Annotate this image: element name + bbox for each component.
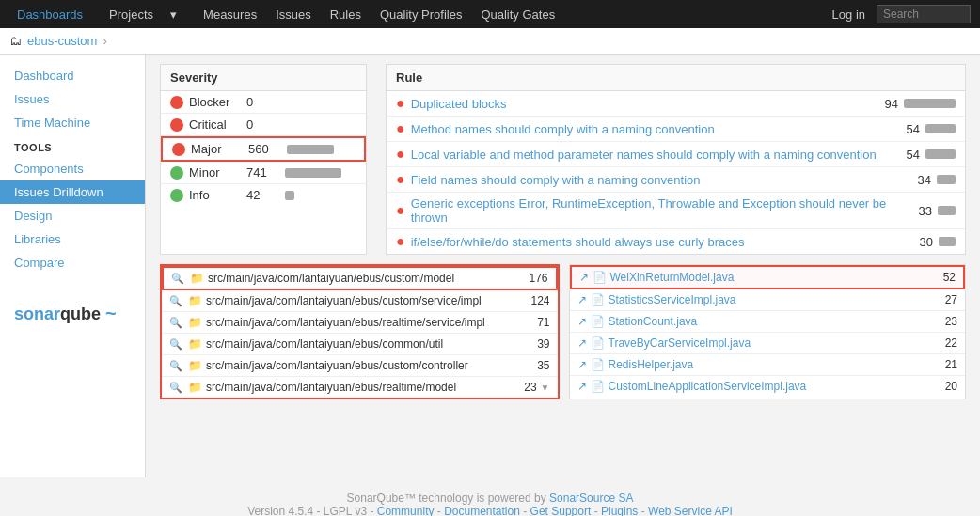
footer-documentation[interactable]: Documentation	[444, 505, 520, 516]
file-row-3[interactable]: ↗ 📄 StationCount.java 23	[570, 311, 966, 333]
rule-row-5[interactable]: ● Generic exceptions Error, RuntimeExcep…	[387, 193, 965, 229]
external-link-icon-2: ↗	[577, 293, 587, 306]
main-layout: Dashboard Issues Time Machine TOOLS Comp…	[0, 55, 980, 477]
folder-row-1[interactable]: 🔍 📁 src/main/java/com/lantaiyuan/ebus/cu…	[162, 266, 558, 290]
rule-row-3[interactable]: ● Local variable and method parameter na…	[387, 142, 965, 167]
rules-header: Rule	[387, 65, 965, 91]
sonarqube-logo: sonarqube ~	[0, 293, 145, 334]
folder-count-5: 35	[522, 359, 550, 372]
rule-row-6[interactable]: ● if/else/for/while/do statements should…	[387, 229, 965, 254]
file-name-3: StationCount.java	[609, 315, 926, 328]
rule-name-1[interactable]: Duplicated blocks	[411, 97, 864, 111]
rule-bar-3	[925, 149, 956, 159]
rule-name-3[interactable]: Local variable and method parameter name…	[411, 148, 886, 162]
top-navigation: Dashboards Projects ▾ Measures Issues Ru…	[0, 0, 980, 28]
folder-row-4[interactable]: 🔍 📁 src/main/java/com/lantaiyuan/ebus/co…	[162, 334, 558, 355]
file-count-3: 23	[929, 315, 957, 328]
sidebar-item-compare[interactable]: Compare	[0, 251, 145, 274]
folder-count-2: 124	[522, 294, 550, 307]
footer-community[interactable]: Community	[377, 505, 435, 516]
sidebar-item-issues-drilldown[interactable]: Issues Drilldown	[0, 180, 145, 204]
folder-row-2[interactable]: 🔍 📁 src/main/java/com/lantaiyuan/ebus/cu…	[162, 290, 558, 312]
rule-row-2[interactable]: ● Method names should comply with a nami…	[387, 117, 965, 142]
nav-rules[interactable]: Rules	[323, 4, 369, 25]
breadcrumb-chevron: ›	[103, 34, 106, 48]
footer-get-support[interactable]: Get Support	[530, 505, 592, 516]
rule-bar-2	[925, 124, 956, 133]
nav-login[interactable]: Log in	[825, 4, 873, 25]
nav-dashboards[interactable]: Dashboards	[9, 4, 90, 25]
file-name-1: WeiXinReturnModel.java	[610, 271, 925, 284]
folder-path-1: src/main/java/com/lantaiyuan/ebus/custom…	[208, 272, 516, 285]
external-link-icon-3: ↗	[577, 315, 587, 328]
footer: SonarQube™ technology is powered by Sona…	[0, 477, 980, 516]
footer-dash3: -	[594, 505, 601, 516]
sidebar: Dashboard Issues Time Machine TOOLS Comp…	[0, 55, 146, 477]
rule-count-2: 54	[892, 122, 920, 136]
info-bar	[285, 191, 294, 200]
footer-sonar-link[interactable]: SonarSource SA	[549, 492, 633, 505]
file-count-6: 20	[929, 380, 957, 393]
sidebar-item-components[interactable]: Components	[0, 157, 145, 180]
folder-path-3: src/main/java/com/lantaiyuan/ebus/realti…	[206, 316, 518, 329]
folder-path-6: src/main/java/com/lantaiyuan/ebus/realti…	[206, 381, 505, 394]
rule-name-2[interactable]: Method names should comply with a naming…	[411, 122, 886, 136]
scroll-down-icon: ▼	[541, 383, 550, 393]
blocker-count: 0	[246, 95, 279, 109]
footer-line1: SonarQube™ technology is powered by Sona…	[14, 492, 966, 505]
severity-row-critical[interactable]: Critical 0	[161, 114, 366, 136]
file-count-1: 52	[927, 271, 956, 284]
nav-quality-gates[interactable]: Quality Gates	[473, 4, 562, 25]
file-row-1[interactable]: ↗ 📄 WeiXinReturnModel.java 52	[570, 265, 966, 289]
footer-plugins[interactable]: Plugins	[601, 505, 638, 516]
minor-count: 741	[246, 165, 279, 180]
file-row-6[interactable]: ↗ 📄 CustomLineApplicationServiceImpl.jav…	[570, 376, 966, 397]
nav-projects[interactable]: Projects ▾	[94, 0, 192, 29]
folder-row-3[interactable]: 🔍 📁 src/main/java/com/lantaiyuan/ebus/re…	[162, 312, 558, 334]
sidebar-item-time-machine[interactable]: Time Machine	[0, 111, 145, 134]
folder-row-5[interactable]: 🔍 📁 src/main/java/com/lantaiyuan/ebus/cu…	[162, 355, 558, 377]
rule-name-5[interactable]: Generic exceptions Error, RuntimeExcepti…	[411, 196, 898, 225]
rules-table: Rule ● Duplicated blocks 94 ● Method nam…	[386, 64, 966, 255]
rule-bullet-4: ●	[396, 171, 405, 188]
blocker-label: Blocker	[189, 95, 241, 109]
file-doc-icon-5: 📄	[591, 358, 605, 371]
severity-row-minor[interactable]: Minor 741	[161, 162, 366, 184]
file-row-2[interactable]: ↗ 📄 StatisticsServiceImpl.java 27	[570, 289, 966, 311]
nav-measures[interactable]: Measures	[196, 4, 264, 25]
file-name-5: RedisHelper.java	[609, 358, 926, 371]
footer-line2: Version 4.5.4 - LGPL v3 - Community - Do…	[14, 505, 966, 516]
rule-row-1[interactable]: ● Duplicated blocks 94	[387, 91, 965, 117]
search-input[interactable]	[877, 5, 971, 23]
rule-name-4[interactable]: Field names should comply with a naming …	[411, 173, 897, 187]
file-name-4: TraveByCarServiceImpl.java	[609, 336, 926, 350]
nav-quality-profiles[interactable]: Quality Profiles	[372, 4, 469, 25]
breadcrumb-project[interactable]: ebus-custom	[27, 34, 97, 48]
file-doc-icon-2: 📄	[591, 293, 605, 306]
breadcrumb: 🗂 ebus-custom ›	[0, 28, 980, 55]
sidebar-item-libraries[interactable]: Libraries	[0, 227, 145, 251]
folder-row-6[interactable]: 🔍 📁 src/main/java/com/lantaiyuan/ebus/re…	[162, 377, 558, 398]
rule-name-6[interactable]: if/else/for/while/do statements should a…	[411, 235, 899, 249]
magnify-icon-1: 🔍	[171, 273, 184, 285]
file-row-5[interactable]: ↗ 📄 RedisHelper.java 21	[570, 354, 966, 376]
sidebar-item-design[interactable]: Design	[0, 204, 145, 227]
nav-issues[interactable]: Issues	[268, 4, 319, 25]
rule-row-4[interactable]: ● Field names should comply with a namin…	[387, 167, 965, 193]
file-row-4[interactable]: ↗ 📄 TraveByCarServiceImpl.java 22	[570, 333, 966, 354]
sidebar-item-dashboard[interactable]: Dashboard	[0, 64, 145, 87]
severity-row-info[interactable]: Info 42	[161, 184, 366, 206]
footer-web-service[interactable]: Web Service API	[648, 505, 733, 516]
severity-row-blocker[interactable]: Blocker 0	[161, 91, 366, 114]
magnify-icon-5: 🔍	[169, 360, 182, 372]
major-icon	[172, 143, 185, 156]
severity-row-major[interactable]: Major 560	[161, 136, 366, 162]
rule-bullet-2: ●	[396, 120, 405, 137]
sidebar-item-issues[interactable]: Issues	[0, 87, 145, 111]
severity-table: Severity Blocker 0 Critical 0 Major	[160, 64, 367, 255]
major-label: Major	[191, 142, 243, 156]
magnify-icon-2: 🔍	[169, 295, 182, 307]
sidebar-tools-label: TOOLS	[0, 134, 145, 157]
file-doc-icon-6: 📄	[591, 380, 605, 393]
rule-count-3: 54	[892, 148, 920, 162]
